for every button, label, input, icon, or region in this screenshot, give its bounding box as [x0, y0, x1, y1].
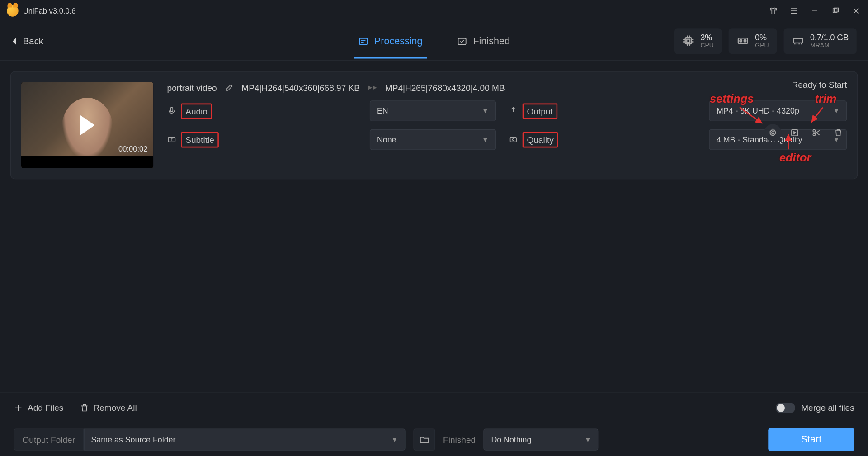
tab-finished[interactable]: Finished [457, 24, 510, 58]
content: 00:00:02 portrait video MP4|H264|540x360… [0, 61, 868, 392]
gpu-value: 0% [755, 33, 769, 42]
svg-point-35 [772, 132, 774, 134]
remove-all-button[interactable]: Remove All [80, 403, 137, 413]
play-box-icon [790, 128, 799, 137]
start-button[interactable]: Start [768, 428, 854, 451]
editor-button[interactable] [786, 124, 803, 141]
delete-item-button[interactable] [830, 124, 847, 141]
header: Back Processing Finished 3%CPU 0%GPU [0, 22, 868, 61]
add-files-button[interactable]: Add Files [14, 403, 63, 413]
tab-processing[interactable]: Processing [358, 24, 422, 58]
scissors-icon [812, 128, 821, 137]
back-label: Back [23, 36, 43, 46]
svg-point-34 [512, 139, 514, 140]
titlebar: UniFab v3.0.0.6 [0, 0, 868, 22]
plus-icon [14, 403, 23, 412]
shirt-icon[interactable] [768, 6, 778, 16]
play-icon [80, 115, 95, 136]
svg-rect-13 [687, 39, 690, 43]
video-name: portrait video [167, 82, 217, 92]
cpu-icon [682, 35, 695, 48]
audio-select[interactable]: EN▼ [369, 100, 495, 121]
svg-point-23 [740, 40, 742, 42]
trash-icon [80, 403, 89, 412]
start-label: Start [801, 434, 822, 445]
ram-stat: 0.7/1.0 GBMRAM [784, 28, 857, 54]
subtitle-icon: T [167, 135, 176, 144]
edit-name-icon[interactable] [225, 83, 233, 92]
svg-rect-12 [685, 38, 692, 44]
app-title: UniFab v3.0.0.6 [23, 7, 76, 15]
back-button[interactable]: Back [11, 36, 43, 46]
cpu-value: 3% [700, 33, 714, 42]
remove-all-label: Remove All [93, 403, 137, 413]
svg-rect-25 [793, 39, 803, 43]
video-item-card: 00:00:02 portrait video MP4|H264|540x360… [10, 71, 858, 179]
svg-point-24 [744, 40, 746, 42]
video-thumbnail[interactable]: 00:00:02 [21, 82, 153, 168]
tab-finished-label: Finished [473, 35, 510, 47]
processing-icon [358, 36, 368, 46]
minimize-button[interactable] [810, 6, 820, 16]
item-status: Ready to Start [764, 80, 847, 90]
folder-icon [419, 434, 429, 445]
ram-icon [792, 35, 804, 48]
upload-icon [509, 106, 518, 115]
quality-label: Quality [509, 132, 697, 147]
audio-label: Audio [167, 103, 357, 119]
ram-value: 0.7/1.0 GB [810, 33, 849, 42]
cpu-stat: 3%CPU [674, 28, 722, 54]
finished-icon [457, 36, 467, 46]
mic-icon [167, 106, 176, 115]
output-label: Output [509, 103, 697, 119]
trash-icon [834, 128, 843, 137]
menu-icon[interactable] [789, 6, 799, 16]
bottom-toolbar: Add Files Remove All Merge all files [0, 392, 868, 423]
close-button[interactable] [851, 6, 861, 16]
browse-folder-button[interactable] [413, 428, 435, 450]
cpu-label: CPU [700, 42, 714, 50]
finished-label: Finished [443, 435, 476, 445]
output-folder-select[interactable]: Same as Source Folder▼ [84, 428, 405, 450]
trim-button[interactable] [808, 124, 825, 141]
gpu-label: GPU [755, 42, 769, 50]
source-info: MP4|H264|540x360|668.97 KB [241, 82, 360, 92]
subtitle-select[interactable]: None▼ [369, 129, 495, 150]
dest-info: MP4|H265|7680x4320|4.00 MB [385, 82, 505, 92]
arrow-icon: ▸▸ [368, 82, 377, 93]
finished-action-select[interactable]: Do Nothing▼ [484, 428, 599, 450]
tab-processing-label: Processing [374, 35, 423, 47]
svg-text:T: T [171, 138, 173, 141]
output-folder-label: Output Folder [14, 428, 84, 450]
output-bar: Output Folder Same as Source Folder▼ Fin… [0, 423, 868, 456]
quality-icon [509, 135, 518, 144]
merge-toggle[interactable] [776, 403, 795, 413]
maximize-button[interactable] [830, 6, 840, 16]
svg-rect-30 [170, 107, 173, 111]
svg-rect-8 [359, 38, 367, 44]
gpu-stat: 0%GPU [729, 28, 777, 54]
video-duration: 00:00:02 [118, 145, 147, 153]
svg-rect-11 [458, 38, 466, 44]
svg-rect-33 [510, 138, 516, 142]
subtitle-label: T Subtitle [167, 132, 357, 147]
gear-icon [768, 128, 777, 137]
add-files-label: Add Files [28, 403, 63, 413]
app-logo-icon [7, 5, 18, 16]
gpu-icon [737, 35, 750, 48]
merge-label: Merge all files [801, 403, 854, 413]
ram-label: MRAM [810, 42, 849, 50]
settings-button[interactable] [764, 124, 781, 141]
